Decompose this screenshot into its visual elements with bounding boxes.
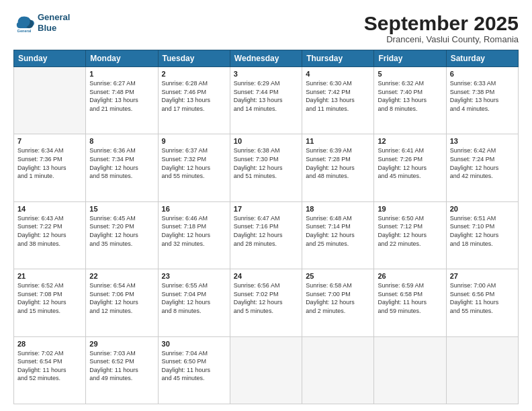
day-info: Sunrise: 6:47 AM Sunset: 7:16 PM Dayligh…	[234, 214, 298, 248]
calendar-cell: 13Sunrise: 6:42 AM Sunset: 7:24 PM Dayli…	[446, 134, 518, 201]
calendar-cell: 17Sunrise: 6:47 AM Sunset: 7:16 PM Dayli…	[230, 201, 302, 269]
day-info: Sunrise: 6:36 AM Sunset: 7:34 PM Dayligh…	[89, 146, 154, 180]
day-info: Sunrise: 6:28 AM Sunset: 7:46 PM Dayligh…	[162, 79, 226, 113]
day-info: Sunrise: 6:34 AM Sunset: 7:36 PM Dayligh…	[17, 146, 82, 180]
calendar-cell: 4Sunrise: 6:30 AM Sunset: 7:42 PM Daylig…	[302, 67, 374, 134]
calendar-cell: 6Sunrise: 6:33 AM Sunset: 7:38 PM Daylig…	[446, 67, 518, 134]
calendar-cell: 30Sunrise: 7:04 AM Sunset: 6:50 PM Dayli…	[158, 336, 230, 404]
weekday-header-sunday: Sunday	[14, 50, 86, 67]
day-info: Sunrise: 7:04 AM Sunset: 6:50 PM Dayligh…	[162, 349, 226, 383]
day-info: Sunrise: 6:46 AM Sunset: 7:18 PM Dayligh…	[162, 214, 226, 248]
calendar-cell: 29Sunrise: 7:03 AM Sunset: 6:52 PM Dayli…	[86, 336, 158, 404]
logo: General General Blue	[13, 12, 70, 34]
day-info: Sunrise: 7:00 AM Sunset: 6:56 PM Dayligh…	[450, 281, 515, 315]
calendar-cell	[230, 336, 302, 404]
day-number: 23	[162, 272, 226, 280]
day-number: 8	[89, 137, 154, 145]
calendar-cell: 9Sunrise: 6:37 AM Sunset: 7:32 PM Daylig…	[158, 134, 230, 201]
day-info: Sunrise: 6:51 AM Sunset: 7:10 PM Dayligh…	[450, 214, 515, 248]
day-info: Sunrise: 6:27 AM Sunset: 7:48 PM Dayligh…	[89, 79, 154, 113]
day-number: 4	[306, 70, 370, 78]
day-number: 9	[162, 137, 226, 145]
logo-line1: General	[38, 12, 70, 23]
day-number: 15	[89, 205, 154, 213]
day-info: Sunrise: 6:32 AM Sunset: 7:40 PM Dayligh…	[378, 79, 442, 113]
day-info: Sunrise: 6:30 AM Sunset: 7:42 PM Dayligh…	[306, 79, 370, 113]
day-info: Sunrise: 6:58 AM Sunset: 7:00 PM Dayligh…	[306, 281, 370, 315]
calendar: SundayMondayTuesdayWednesdayThursdayFrid…	[13, 50, 519, 404]
day-number: 14	[17, 205, 82, 213]
calendar-cell: 1Sunrise: 6:27 AM Sunset: 7:48 PM Daylig…	[86, 67, 158, 134]
weekday-row: SundayMondayTuesdayWednesdayThursdayFrid…	[14, 50, 519, 67]
day-number: 12	[378, 137, 442, 145]
weekday-header-tuesday: Tuesday	[158, 50, 230, 67]
day-info: Sunrise: 6:59 AM Sunset: 6:58 PM Dayligh…	[378, 281, 442, 315]
day-info: Sunrise: 6:48 AM Sunset: 7:14 PM Dayligh…	[306, 214, 370, 248]
calendar-cell: 8Sunrise: 6:36 AM Sunset: 7:34 PM Daylig…	[86, 134, 158, 201]
day-number: 5	[378, 70, 442, 78]
day-info: Sunrise: 6:38 AM Sunset: 7:30 PM Dayligh…	[234, 146, 298, 180]
calendar-week-4: 21Sunrise: 6:52 AM Sunset: 7:08 PM Dayli…	[14, 269, 519, 336]
day-number: 3	[234, 70, 298, 78]
calendar-cell: 23Sunrise: 6:55 AM Sunset: 7:04 PM Dayli…	[158, 269, 230, 336]
calendar-cell: 27Sunrise: 7:00 AM Sunset: 6:56 PM Dayli…	[446, 269, 518, 336]
day-number: 26	[378, 272, 442, 280]
calendar-cell: 10Sunrise: 6:38 AM Sunset: 7:30 PM Dayli…	[230, 134, 302, 201]
day-number: 13	[450, 137, 515, 145]
calendar-cell: 24Sunrise: 6:56 AM Sunset: 7:02 PM Dayli…	[230, 269, 302, 336]
day-info: Sunrise: 6:45 AM Sunset: 7:20 PM Dayligh…	[89, 214, 154, 248]
calendar-week-3: 14Sunrise: 6:43 AM Sunset: 7:22 PM Dayli…	[14, 201, 519, 269]
weekday-header-saturday: Saturday	[446, 50, 518, 67]
day-info: Sunrise: 6:41 AM Sunset: 7:26 PM Dayligh…	[378, 146, 442, 180]
day-number: 2	[162, 70, 226, 78]
calendar-cell: 15Sunrise: 6:45 AM Sunset: 7:20 PM Dayli…	[86, 201, 158, 269]
calendar-cell: 7Sunrise: 6:34 AM Sunset: 7:36 PM Daylig…	[14, 134, 86, 201]
day-info: Sunrise: 6:55 AM Sunset: 7:04 PM Dayligh…	[162, 281, 226, 315]
day-info: Sunrise: 6:56 AM Sunset: 7:02 PM Dayligh…	[234, 281, 298, 315]
day-number: 22	[89, 272, 154, 280]
day-number: 17	[234, 205, 298, 213]
calendar-cell: 5Sunrise: 6:32 AM Sunset: 7:40 PM Daylig…	[374, 67, 446, 134]
calendar-cell: 11Sunrise: 6:39 AM Sunset: 7:28 PM Dayli…	[302, 134, 374, 201]
day-number: 24	[234, 272, 298, 280]
calendar-cell: 20Sunrise: 6:51 AM Sunset: 7:10 PM Dayli…	[446, 201, 518, 269]
day-number: 18	[306, 205, 370, 213]
calendar-cell	[374, 336, 446, 404]
calendar-week-2: 7Sunrise: 6:34 AM Sunset: 7:36 PM Daylig…	[14, 134, 519, 201]
calendar-week-1: 1Sunrise: 6:27 AM Sunset: 7:48 PM Daylig…	[14, 67, 519, 134]
day-number: 16	[162, 205, 226, 213]
day-number: 6	[450, 70, 515, 78]
day-info: Sunrise: 7:03 AM Sunset: 6:52 PM Dayligh…	[89, 349, 154, 383]
calendar-body: 1Sunrise: 6:27 AM Sunset: 7:48 PM Daylig…	[14, 67, 519, 404]
weekday-header-monday: Monday	[86, 50, 158, 67]
day-info: Sunrise: 6:39 AM Sunset: 7:28 PM Dayligh…	[306, 146, 370, 180]
title-block: September 2025 Dranceni, Vaslui County, …	[364, 12, 519, 44]
calendar-week-5: 28Sunrise: 7:02 AM Sunset: 6:54 PM Dayli…	[14, 336, 519, 404]
day-info: Sunrise: 6:33 AM Sunset: 7:38 PM Dayligh…	[450, 79, 515, 113]
day-number: 7	[17, 137, 82, 145]
month-title: September 2025	[364, 12, 519, 34]
calendar-cell: 2Sunrise: 6:28 AM Sunset: 7:46 PM Daylig…	[158, 67, 230, 134]
header: General General Blue September 2025 Dran…	[13, 12, 519, 44]
logo-icon: General	[13, 12, 35, 34]
calendar-cell: 3Sunrise: 6:29 AM Sunset: 7:44 PM Daylig…	[230, 67, 302, 134]
day-number: 30	[162, 340, 226, 348]
day-info: Sunrise: 6:29 AM Sunset: 7:44 PM Dayligh…	[234, 79, 298, 113]
calendar-cell: 16Sunrise: 6:46 AM Sunset: 7:18 PM Dayli…	[158, 201, 230, 269]
day-number: 19	[378, 205, 442, 213]
calendar-cell	[14, 67, 86, 134]
day-number: 11	[306, 137, 370, 145]
day-info: Sunrise: 6:37 AM Sunset: 7:32 PM Dayligh…	[162, 146, 226, 180]
weekday-header-wednesday: Wednesday	[230, 50, 302, 67]
day-info: Sunrise: 6:50 AM Sunset: 7:12 PM Dayligh…	[378, 214, 442, 248]
calendar-cell: 25Sunrise: 6:58 AM Sunset: 7:00 PM Dayli…	[302, 269, 374, 336]
calendar-cell: 28Sunrise: 7:02 AM Sunset: 6:54 PM Dayli…	[14, 336, 86, 404]
calendar-cell: 14Sunrise: 6:43 AM Sunset: 7:22 PM Dayli…	[14, 201, 86, 269]
weekday-header-thursday: Thursday	[302, 50, 374, 67]
day-number: 1	[89, 70, 154, 78]
calendar-cell: 19Sunrise: 6:50 AM Sunset: 7:12 PM Dayli…	[374, 201, 446, 269]
day-info: Sunrise: 7:02 AM Sunset: 6:54 PM Dayligh…	[17, 349, 82, 383]
logo-text: General Blue	[38, 12, 70, 33]
location-subtitle: Dranceni, Vaslui County, Romania	[364, 34, 519, 44]
day-number: 25	[306, 272, 370, 280]
